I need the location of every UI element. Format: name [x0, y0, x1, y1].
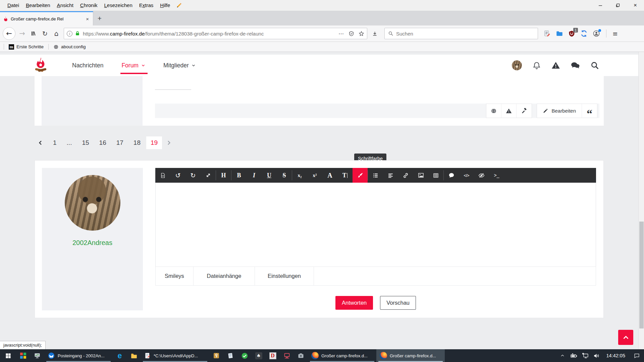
taskbar-explorer-icon[interactable] [127, 349, 141, 362]
chat-bubbles-icon[interactable] [571, 61, 580, 70]
taskbar-app-monitor-icon[interactable] [30, 349, 44, 362]
page-actions-icon[interactable]: ⋯ [338, 31, 344, 37]
url-bar[interactable]: i https://www.camp-firefox.de/forum/them… [64, 28, 367, 39]
taskbar-clock[interactable]: 14:42:05 [602, 353, 629, 358]
page-number[interactable]: 18 [129, 136, 145, 149]
search-icon[interactable] [590, 61, 599, 70]
site-info-icon[interactable]: i [67, 31, 72, 37]
volume-icon[interactable] [591, 349, 602, 362]
subscript-button[interactable]: x₂ [292, 168, 307, 183]
username-link[interactable]: 2002Andreas [42, 239, 143, 247]
bold-button[interactable]: B [231, 168, 247, 183]
taskbar-notes-icon[interactable] [223, 349, 237, 362]
vorschau-button[interactable]: Vorschau [380, 296, 416, 310]
new-tab-button[interactable]: + [93, 11, 106, 25]
taskbar-window-firefox-2[interactable]: Großer camp-firefox.d... [376, 349, 445, 362]
user-avatar[interactable] [65, 175, 120, 231]
link-icon[interactable] [398, 168, 413, 183]
antworten-button[interactable]: Antworten [335, 296, 373, 310]
taskbar-camera-icon[interactable] [294, 349, 308, 362]
taskbar-window-thunderbird[interactable]: Posteingang - 2002An... [44, 349, 113, 362]
shield-check-icon[interactable] [348, 31, 354, 37]
close-button[interactable]: × [627, 0, 644, 11]
quote-bubble-icon[interactable] [444, 168, 459, 183]
scroll-to-top-button[interactable] [618, 330, 633, 345]
taskbar-app-media-icon[interactable] [16, 349, 30, 362]
menu-lesezeichen[interactable]: Lesezeichen [101, 0, 136, 11]
redo-icon[interactable]: ↻ [185, 168, 201, 183]
font-family-button[interactable]: T [337, 168, 353, 183]
taskbar-edge-icon[interactable]: e [113, 349, 127, 362]
menu-extras[interactable]: Extras [136, 0, 157, 11]
current-page-number[interactable]: 19 [146, 136, 162, 149]
bookmark-erste-schritte[interactable]: m Erste Schritte [6, 44, 47, 50]
fullscreen-icon[interactable] [201, 168, 216, 183]
bookmark-about-config[interactable]: about:config [50, 44, 89, 50]
edit-button[interactable]: Bearbeiten [537, 108, 582, 114]
forward-button[interactable]: → [16, 28, 28, 39]
italic-button[interactable]: I [247, 168, 262, 183]
next-page-chevron[interactable] [166, 139, 172, 146]
nav-nachrichten[interactable]: Nachrichten [63, 55, 112, 76]
taskbar-keepass-icon[interactable] [209, 349, 223, 362]
taskbar-cards-app-icon[interactable]: ♠ [252, 349, 266, 362]
battery-icon[interactable] [568, 349, 580, 362]
taskbar-antivirus-check-icon[interactable] [237, 349, 252, 362]
tab-einstellungen[interactable]: Einstellungen [255, 267, 314, 285]
browser-tab[interactable]: Großer camp-firefox.de Rel × [0, 11, 93, 25]
report-warning-icon[interactable] [501, 104, 517, 118]
tab-dateianhaenge[interactable]: Dateianhänge [194, 267, 255, 285]
folder-extension-icon[interactable] [556, 30, 563, 37]
menu-hilfe[interactable]: Hilfe [157, 0, 173, 11]
scrollbar-thumb[interactable] [639, 222, 644, 328]
menu-hamburger-icon[interactable]: ≡ [612, 30, 618, 37]
list-icon[interactable] [368, 168, 383, 183]
view-source-icon[interactable] [155, 168, 170, 183]
menu-datei[interactable]: Datei [4, 0, 22, 11]
pencil-icon[interactable] [176, 3, 182, 8]
heading-button[interactable]: H [216, 168, 231, 183]
align-icon[interactable] [383, 168, 398, 183]
nav-forum[interactable]: Forum [112, 55, 154, 76]
taskbar-d-app-icon[interactable]: D [266, 349, 280, 362]
font-size-button[interactable]: A [322, 168, 337, 183]
taskbar-window-firefox-1[interactable]: Großer camp-firefox.d... [308, 349, 376, 362]
action-center-icon[interactable] [629, 349, 644, 362]
taskbar-remote-pc-icon[interactable] [280, 349, 294, 362]
table-icon[interactable] [428, 168, 443, 183]
tray-chevron-up-icon[interactable] [557, 349, 568, 362]
page-number[interactable]: 17 [112, 136, 128, 149]
taskbar-window-editor[interactable]: *C:\Users\Andi\AppD... [141, 349, 209, 362]
search-input[interactable] [396, 31, 534, 37]
menu-bearbeiten[interactable]: Bearbeiten [22, 0, 54, 11]
download-icon[interactable] [369, 28, 380, 39]
undo-icon[interactable]: ↺ [170, 168, 185, 183]
previous-page-chevron[interactable] [38, 139, 43, 146]
user-avatar-small[interactable] [512, 60, 522, 70]
start-button[interactable] [0, 349, 16, 362]
report-warning-icon[interactable] [551, 61, 560, 70]
editor-textarea[interactable] [155, 183, 596, 266]
page-number[interactable]: 16 [95, 136, 111, 149]
back-button[interactable]: ← [3, 27, 15, 40]
url-text[interactable]: https://www.camp-firefox.de/forum/thema/… [83, 31, 336, 37]
quote-icon[interactable]: “ [582, 104, 597, 118]
superscript-button[interactable]: x² [307, 168, 322, 183]
network-icon[interactable] [580, 349, 591, 362]
campfire-logo[interactable] [32, 56, 50, 75]
minimize-button[interactable] [592, 0, 609, 11]
font-color-brush-button[interactable] [353, 168, 368, 183]
sync-extension-icon[interactable] [580, 30, 588, 37]
menu-chronik[interactable]: Chronik [77, 0, 101, 11]
image-icon[interactable] [413, 168, 428, 183]
home-button[interactable]: ⌂ [51, 28, 62, 39]
globe-icon[interactable] [486, 104, 501, 118]
account-icon[interactable] [593, 30, 600, 37]
nav-mitglieder[interactable]: Mitglieder [154, 55, 205, 76]
page-number[interactable]: 15 [77, 136, 93, 149]
menu-ansicht[interactable]: Ansicht [54, 0, 77, 11]
spoiler-eye-icon[interactable] [474, 168, 489, 183]
search-bar[interactable] [384, 28, 538, 39]
maximize-button[interactable] [609, 0, 627, 11]
inline-code-icon[interactable]: </> [459, 168, 474, 183]
